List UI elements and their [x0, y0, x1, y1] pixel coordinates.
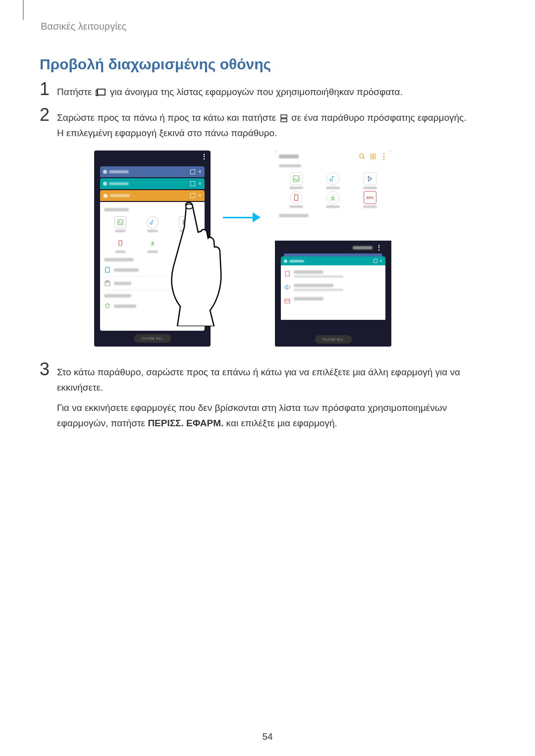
- recent-apps-icon: [96, 89, 107, 97]
- step-3: 3 Στο κάτω παράθυρο, σαρώστε προς τα επά…: [40, 364, 476, 396]
- svg-rect-17: [285, 299, 290, 303]
- settings-preview: [281, 265, 385, 320]
- svg-rect-6: [106, 267, 109, 272]
- recent-card: ×: [100, 166, 205, 177]
- step-2-line2: Η επιλεγμένη εφαρμογή ξεκινά στο πάνω πα…: [57, 125, 476, 141]
- svg-rect-16: [285, 271, 289, 276]
- page-number: 54: [262, 731, 272, 742]
- recent-card-active: ×: [100, 190, 205, 201]
- phone-mockup-right: ⋮ APK ⋮ ×: [275, 151, 391, 347]
- svg-rect-12: [374, 154, 375, 156]
- more-icon: ⋮: [380, 153, 387, 160]
- grid-icon: [370, 153, 376, 160]
- app-title: [279, 154, 299, 158]
- step-text: Σαρώστε προς τα πάνω ή προς τα κάτω και …: [57, 110, 476, 141]
- svg-line-10: [363, 157, 365, 159]
- split-bottom-pane: ⋮ ×: [275, 241, 391, 347]
- extra-post: και επιλέξτε μια εφαρμογή.: [223, 418, 337, 428]
- step-number: 1: [40, 80, 57, 98]
- close-all-button: CLOSE ALL: [134, 334, 171, 343]
- apk-icon: APK: [364, 191, 376, 204]
- split-top-pane: ⋮ APK: [275, 151, 391, 241]
- step-3-extra: Για να εκκινήσετε εφαρμογές που δεν βρίσ…: [57, 400, 476, 431]
- svg-point-9: [360, 154, 364, 158]
- instruction-figure: ⋮ × × ×: [94, 151, 391, 349]
- app-preview-body: AP: [100, 202, 205, 331]
- arrow-icon: [223, 212, 263, 222]
- svg-rect-14: [374, 157, 375, 159]
- search-icon: [359, 153, 366, 160]
- step-text: Στο κάτω παράθυρο, σαρώστε προς τα επάνω…: [57, 364, 476, 396]
- recent-apps-stack: × × ×: [100, 166, 205, 331]
- step-number: 3: [40, 360, 57, 378]
- svg-rect-13: [371, 157, 373, 159]
- svg-rect-0: [97, 89, 105, 95]
- section-heading: Προβολή διαχωρισμένης οθόνης: [40, 56, 271, 73]
- step-2-post: σε ένα παράθυρο πρόσφατης εφαρμογής.: [289, 112, 467, 123]
- step-1-pre: Πατήστε: [57, 87, 95, 97]
- more-apps-button: ⋮: [353, 244, 382, 252]
- step-1-post: για άνοιγμα της λίστας εφαρμογών που χρη…: [107, 87, 403, 97]
- step-1: 1 Πατήστε για άνοιγμα της λίστας εφαρμογ…: [40, 84, 476, 100]
- close-all-button: CLOSE ALL: [315, 335, 352, 344]
- svg-rect-11: [371, 154, 373, 156]
- split-screen-icon: [280, 114, 288, 122]
- svg-rect-3: [281, 119, 287, 122]
- phone-mockup-left: ⋮ × × ×: [94, 151, 211, 347]
- page-margin-rule: [23, 0, 24, 20]
- recent-card: ×: [100, 178, 205, 189]
- step-number: 2: [40, 106, 57, 124]
- step-2-pre: Σαρώστε προς τα πάνω ή προς τα κάτω και …: [57, 112, 279, 123]
- step-2: 2 Σαρώστε προς τα πάνω ή προς τα κάτω κα…: [40, 110, 476, 141]
- recent-card: ×: [281, 256, 385, 265]
- extra-bold: ΠΕΡΙΣΣ. ΕΦΑΡΜ.: [148, 418, 223, 428]
- step-text: Πατήστε για άνοιγμα της λίστας εφαρμογών…: [57, 84, 476, 100]
- breadcrumb: Βασικές λειτουργίες: [41, 21, 126, 32]
- svg-rect-2: [281, 115, 287, 118]
- svg-point-5: [119, 221, 120, 222]
- more-icon: ⋮: [201, 152, 208, 160]
